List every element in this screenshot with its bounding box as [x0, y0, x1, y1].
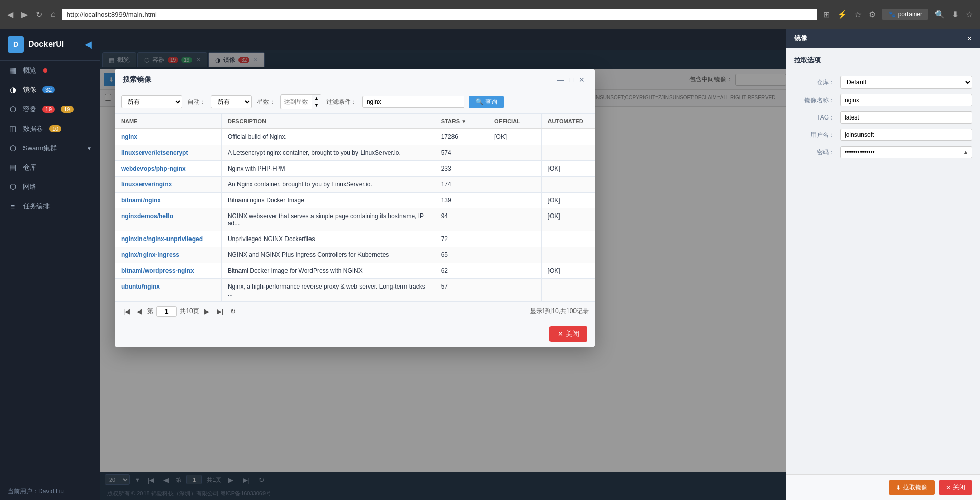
rp-field-username: 用户名： — [794, 129, 972, 141]
sidebar-item-network[interactable]: ⬡ 网络 — [0, 177, 100, 197]
row-automated — [542, 177, 595, 192]
row-automated — [542, 279, 595, 301]
condition-label: 过滤条件： — [326, 98, 357, 106]
modal-first-page-btn[interactable]: |◀ — [121, 306, 132, 316]
home-button[interactable]: ⌂ — [49, 9, 58, 20]
condition-input[interactable] — [362, 96, 464, 108]
rp-pull-btn[interactable]: ⬇ 拉取镜像 — [889, 480, 935, 495]
main-content: ⌂ ↻ ✕ □ 🔔 事件 3 ⚙ 设置 ▼ | ↩ 注销 ▦ 概览 ⬡ — [100, 29, 980, 500]
modal-table-row: webdevops/php-nginx Nginx with PHP-FPM 2… — [115, 161, 595, 177]
sidebar-item-overview[interactable]: ▦ 概览 — [0, 61, 100, 80]
right-panel-minimize-btn[interactable]: — — [958, 35, 964, 42]
username-label: 用户名： — [794, 131, 835, 139]
current-user: 当前用户：David.Liu — [0, 483, 100, 500]
volumes-icon: ◫ — [8, 124, 18, 133]
reload-button[interactable]: ↻ — [34, 9, 44, 20]
modal-close-btn[interactable]: ✕ — [576, 75, 587, 85]
row-official — [488, 161, 541, 176]
rp-close-icon: ✕ — [946, 484, 951, 491]
sidebar-item-warehouse[interactable]: ▤ 仓库 — [0, 158, 100, 177]
search-icon[interactable]: 🔍 — [933, 9, 947, 20]
right-panel-close-btn[interactable]: ✕ — [967, 35, 972, 42]
modal-close-button[interactable]: ✕ 关闭 — [549, 326, 587, 342]
row-description: Nginx, a high-performance reverse proxy … — [222, 279, 435, 301]
download-icon[interactable]: ⬇ — [950, 9, 961, 20]
modal-maximize-btn[interactable]: □ — [567, 75, 576, 85]
settings-icon[interactable]: ⚙ — [867, 9, 878, 20]
stepper-down-btn[interactable]: ▼ — [312, 102, 321, 109]
modal-table-row: nginxdemos/hello NGINX webserver that se… — [115, 208, 595, 231]
rp-field-tag: TAG： — [794, 111, 972, 124]
modal-col-description[interactable]: DESCRIPTION — [222, 114, 435, 128]
type-filter-select[interactable]: 所有 — [121, 95, 182, 108]
password-toggle-btn[interactable]: ▲ — [960, 148, 972, 157]
sidebar-item-containers[interactable]: ⬡ 容器 19 19 — [0, 100, 100, 119]
url-bar[interactable] — [62, 9, 817, 20]
modal-last-page-btn[interactable]: ▶| — [214, 306, 225, 316]
row-description: NGINX and NGINX Plus Ingress Controllers… — [222, 247, 435, 263]
modal-col-automated[interactable]: AUTOMATED — [542, 114, 595, 128]
stars-sort-icon: ▼ — [461, 118, 466, 124]
row-automated: [OK] — [542, 263, 595, 278]
warehouse-select[interactable]: Default — [840, 76, 972, 89]
row-name: bitnami/nginx — [115, 193, 222, 208]
modal-status-text: 显示1到10,共100记录 — [530, 307, 589, 316]
modal-search-btn[interactable]: 🔍 查询 — [469, 96, 504, 108]
warehouse-icon: ▤ — [8, 163, 18, 172]
row-stars: 94 — [435, 208, 488, 231]
row-official — [488, 263, 541, 278]
row-name: linuxserver/nginx — [115, 177, 222, 192]
star-icon[interactable]: ☆ — [852, 9, 864, 20]
row-description: Unprivileged NGINX Dockerfiles — [222, 231, 435, 247]
image-name-input[interactable] — [840, 94, 972, 106]
modal-col-stars[interactable]: STARS ▼ — [435, 114, 488, 128]
app-container: D DockerUI ◀ ▦ 概览 ◑ 镜像 32 ⬡ 容器 19 19 ◫ 数… — [0, 29, 980, 500]
modal-pagination: |◀ ◀ 第 共10页 ▶ ▶| ↻ 显示1到10,共100记录 — [115, 302, 595, 321]
forward-button[interactable]: ▶ — [19, 9, 30, 20]
row-automated: [OK] — [542, 193, 595, 208]
modal-page-input[interactable] — [156, 306, 177, 317]
portainer-tab[interactable]: 🐾 portainer — [882, 9, 928, 20]
modal-minimize-btn[interactable]: — — [555, 75, 567, 85]
sidebar-logo: D DockerUI ◀ — [0, 29, 100, 61]
sidebar-item-swarm[interactable]: ⬡ Swarm集群 ▼ — [0, 138, 100, 158]
sidebar-toggle-button[interactable]: ◀ — [85, 39, 92, 50]
username-input[interactable] — [840, 129, 972, 141]
volumes-badge: 10 — [49, 125, 61, 132]
modal-next-page-btn[interactable]: ▶ — [202, 306, 211, 316]
password-input[interactable] — [841, 147, 960, 158]
row-description: An Nginx container, brought to you by Li… — [222, 177, 435, 192]
modal-refresh-btn[interactable]: ↻ — [228, 306, 238, 316]
back-button[interactable]: ◀ — [5, 9, 15, 20]
modal-col-name[interactable]: NAME — [115, 114, 222, 128]
modal-title: 搜索镜像 — [123, 75, 555, 84]
stepper-up-btn[interactable]: ▲ — [312, 95, 321, 102]
row-automated: [OK] — [542, 208, 595, 231]
row-description: Bitnami nginx Docker Image — [222, 193, 435, 208]
rp-close-btn[interactable]: ✕ 关闭 — [939, 480, 972, 495]
extensions-icon[interactable]: ☆ — [964, 9, 975, 20]
right-panel-body: 拉取选项 仓库： Default 镜像名称： TAG： — [786, 48, 980, 474]
modal-col-official[interactable]: OFFICIAL — [488, 114, 541, 128]
row-automated — [542, 247, 595, 263]
row-description: Bitnami Docker Image for WordPress with … — [222, 263, 435, 278]
row-stars: 72 — [435, 231, 488, 247]
auto-filter-select[interactable]: 所有 — [211, 95, 252, 108]
sidebar-item-tasks[interactable]: ≡ 任务编排 — [0, 197, 100, 216]
tag-input[interactable] — [840, 111, 972, 124]
modal-prev-page-btn[interactable]: ◀ — [135, 306, 144, 316]
row-name: linuxserver/letsencrypt — [115, 145, 222, 160]
rp-field-warehouse: 仓库： Default — [794, 76, 972, 89]
grid-icon[interactable]: ⊞ — [821, 9, 832, 20]
modal-table-body: nginx Official build of Nginx. 17286 [OK… — [115, 129, 595, 302]
containers-badge1: 19 — [42, 106, 55, 113]
portainer-icon: 🐾 — [888, 11, 896, 18]
sidebar-item-mirrors[interactable]: ◑ 镜像 32 — [0, 80, 100, 100]
row-stars: 62 — [435, 263, 488, 278]
sidebar-item-volumes[interactable]: ◫ 数据卷 10 — [0, 119, 100, 138]
stars-input[interactable] — [281, 97, 312, 107]
bolt-icon[interactable]: ⚡ — [835, 9, 849, 20]
row-description: Official build of Nginx. — [222, 129, 435, 145]
sidebar-item-label-mirrors: 镜像 — [23, 85, 36, 94]
sidebar-item-label-swarm: Swarm集群 — [23, 144, 57, 153]
